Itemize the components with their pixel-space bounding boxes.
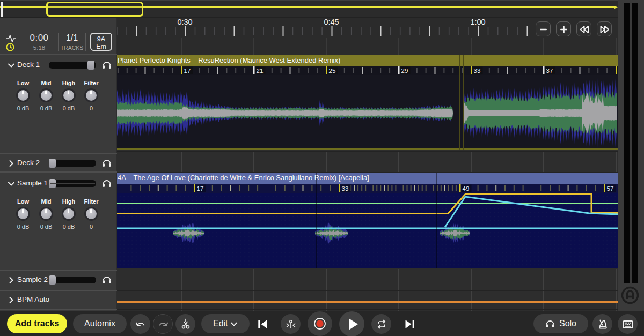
svg-text:33: 33 [474,68,481,74]
svg-text:17: 17 [184,68,191,74]
svg-text:17: 17 [197,185,204,192]
svg-text:29: 29 [401,68,408,74]
svg-text:25: 25 [329,68,336,74]
svg-text:49: 49 [463,185,470,192]
svg-text:57: 57 [607,185,614,192]
svg-text:21: 21 [257,68,264,74]
svg-text:37: 37 [546,68,553,74]
svg-text:33: 33 [342,185,349,192]
